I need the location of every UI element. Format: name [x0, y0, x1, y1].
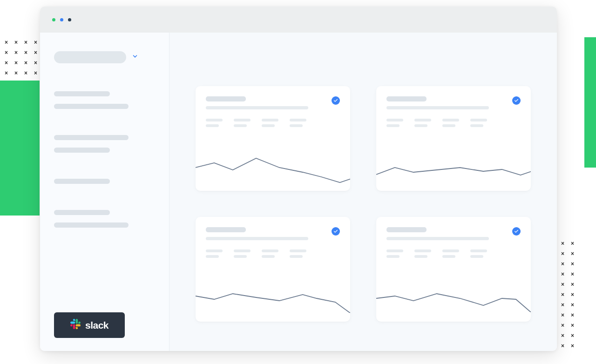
decor-green-block [0, 81, 40, 216]
metric-card[interactable] [376, 86, 531, 191]
stat-stub [290, 249, 306, 258]
nav-item-stub[interactable] [54, 135, 129, 140]
stat-stub [290, 119, 306, 127]
metric-card[interactable] [196, 86, 350, 191]
stat-stub [470, 119, 487, 127]
nav-item-stub[interactable] [54, 222, 129, 228]
nav-item-stub[interactable] [54, 148, 110, 153]
card-title-stub [386, 96, 427, 101]
stat-row [376, 240, 531, 258]
card-subtitle-stub [206, 106, 308, 109]
check-circle-icon [332, 96, 340, 105]
main-area [169, 33, 557, 351]
browser-window: slack [40, 7, 557, 351]
workspace-selector[interactable] [54, 51, 155, 63]
nav-item-stub[interactable] [54, 104, 129, 109]
stat-stub [386, 249, 403, 258]
browser-titlebar [40, 7, 557, 33]
stat-stub [442, 119, 459, 127]
stat-stub [414, 119, 431, 127]
workspace-name-stub [54, 51, 126, 63]
stat-stub [262, 119, 278, 127]
metric-card[interactable] [196, 217, 350, 322]
slack-icon [70, 319, 81, 331]
card-subtitle-stub [386, 237, 489, 240]
metric-card[interactable] [376, 217, 531, 322]
sidebar: slack [40, 33, 169, 351]
card-title-stub [206, 96, 246, 101]
chevron-down-icon [132, 53, 138, 61]
stat-row [196, 240, 350, 258]
card-subtitle-stub [206, 237, 308, 240]
app-body: slack [40, 33, 557, 351]
stat-stub [206, 119, 223, 127]
stat-row [376, 109, 531, 127]
stat-row [196, 109, 350, 127]
sparkline-chart [196, 268, 350, 322]
nav-item-stub[interactable] [54, 210, 110, 215]
sparkline-chart [196, 137, 350, 191]
nav-group [54, 179, 155, 191]
stat-stub [234, 249, 251, 258]
check-circle-icon [512, 96, 521, 105]
stat-stub [262, 249, 278, 258]
card-title-stub [386, 227, 427, 232]
decor-green-strip [584, 37, 596, 168]
nav-item-stub[interactable] [54, 91, 110, 96]
check-circle-icon [512, 227, 521, 236]
check-circle-icon [332, 227, 340, 236]
stat-stub [386, 119, 403, 127]
card-title-stub [206, 227, 246, 232]
sparkline-chart [376, 137, 531, 191]
slack-integration-button[interactable]: slack [54, 312, 125, 338]
stat-stub [414, 249, 431, 258]
stat-stub [234, 119, 251, 127]
window-dot [68, 18, 71, 21]
stat-stub [470, 249, 487, 258]
window-dot [60, 18, 63, 21]
nav-group [54, 210, 155, 235]
sparkline-chart [376, 268, 531, 322]
card-subtitle-stub [386, 106, 489, 109]
nav-group [54, 91, 155, 116]
stat-stub [442, 249, 459, 258]
window-dot [52, 18, 55, 21]
nav-group [54, 135, 155, 160]
slack-button-label: slack [85, 320, 108, 331]
nav-item-stub[interactable] [54, 179, 110, 184]
stat-stub [206, 249, 223, 258]
card-grid [196, 86, 531, 322]
